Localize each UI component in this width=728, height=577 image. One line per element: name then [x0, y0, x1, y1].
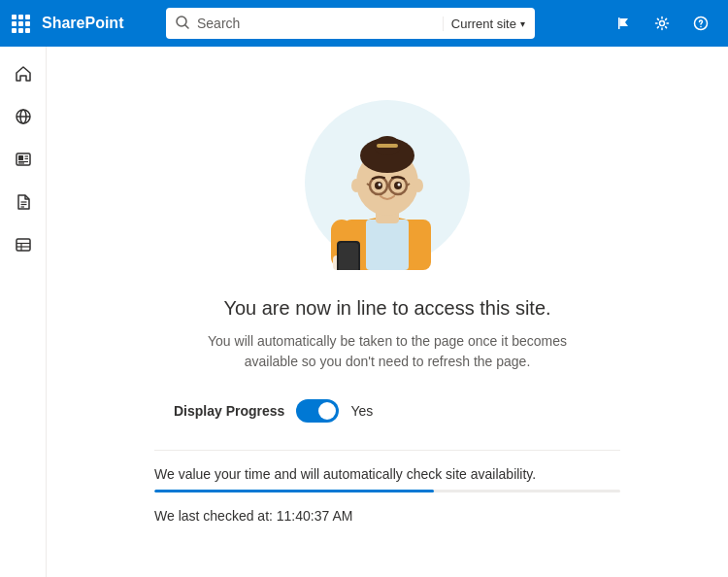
sidebar-item-news[interactable] [4, 140, 43, 179]
svg-point-5 [700, 26, 702, 28]
last-checked-text: We last checked at: 11:40:37 AM [154, 508, 620, 524]
svg-rect-34 [377, 144, 398, 148]
flag-button[interactable] [608, 8, 639, 39]
search-input[interactable]: Search [197, 16, 435, 31]
waffle-menu-icon[interactable] [12, 15, 30, 33]
person-illustration [290, 76, 484, 270]
main-title: You are now in line to access this site. [223, 297, 550, 320]
toggle-section: Display Progress Yes [154, 399, 620, 423]
svg-point-42 [379, 184, 381, 187]
chevron-down-icon: ▾ [520, 18, 525, 29]
app-logo[interactable]: SharePoint [42, 15, 123, 32]
toggle-knob [318, 402, 336, 420]
progress-fill [154, 490, 434, 492]
sidebar-item-documents[interactable] [4, 183, 43, 221]
display-progress-toggle[interactable] [296, 399, 339, 423]
svg-point-44 [351, 179, 361, 192]
sidebar-item-lists[interactable] [4, 225, 43, 264]
sidebar [0, 47, 47, 577]
svg-point-43 [398, 184, 401, 187]
app-name: SharePoint [42, 15, 123, 32]
svg-rect-18 [17, 239, 30, 251]
svg-rect-2 [618, 17, 620, 29]
svg-point-45 [414, 179, 423, 192]
toggle-value: Yes [350, 403, 373, 419]
sidebar-item-sites[interactable] [4, 97, 43, 136]
search-scope-label: Current site [451, 17, 516, 31]
svg-point-3 [659, 21, 664, 26]
svg-rect-29 [339, 243, 358, 270]
search-scope-selector[interactable]: Current site ▾ [443, 17, 525, 31]
svg-rect-25 [366, 220, 409, 270]
svg-line-1 [185, 25, 188, 28]
illustration-container [290, 76, 484, 274]
status-section: We value your time and will automaticall… [154, 450, 620, 524]
toggle-label: Display Progress [174, 403, 284, 419]
topbar: SharePoint Search Current site ▾ [0, 0, 728, 47]
search-icon [176, 16, 189, 32]
sidebar-item-home[interactable] [4, 54, 43, 93]
settings-button[interactable] [646, 8, 678, 39]
help-button[interactable] [685, 8, 716, 39]
main-content: You are now in line to access this site.… [47, 47, 728, 577]
svg-rect-10 [18, 155, 23, 160]
topbar-actions [608, 8, 716, 39]
main-layout: You are now in line to access this site.… [0, 47, 728, 577]
availability-text: We value your time and will automaticall… [154, 466, 620, 482]
main-subtitle: You will automatically be taken to the p… [203, 331, 572, 372]
search-bar[interactable]: Search Current site ▾ [166, 8, 535, 39]
progress-bar [154, 490, 620, 492]
